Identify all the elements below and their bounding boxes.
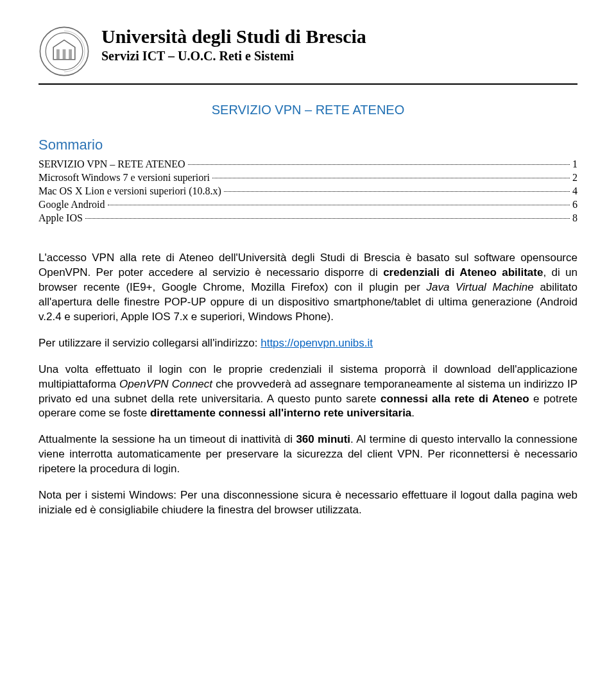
toc-page-number: 6 xyxy=(572,199,578,210)
toc-entry[interactable]: Apple IOS 8 xyxy=(38,212,578,224)
toc-leader-dots xyxy=(85,218,570,219)
toc-entry[interactable]: Microsoft Windows 7 e versioni superiori… xyxy=(38,172,578,184)
emphasis-internal-net: direttamente connessi all'interno rete u… xyxy=(150,407,411,419)
toc-leader-dots xyxy=(224,191,570,192)
svg-rect-3 xyxy=(63,49,66,60)
paragraph-timeout: Attualmente la sessione ha un timeout di… xyxy=(38,432,578,477)
institution-title: Università degli Studi di Brescia xyxy=(101,26,366,47)
document-title: SERVIZIO VPN – RETE ATENEO xyxy=(38,103,578,117)
paragraph-windows-note: Nota per i sistemi Windows: Per una disc… xyxy=(38,488,578,518)
toc-page-number: 4 xyxy=(572,185,578,197)
emphasis-jvm: Java Virtual Machine xyxy=(426,281,533,293)
toc-label: Microsoft Windows 7 e versioni superiori xyxy=(38,172,210,184)
department-subtitle: Servizi ICT – U.O.C. Reti e Sistemi xyxy=(101,49,366,64)
toc-entry[interactable]: Google Android 6 xyxy=(38,199,578,210)
toc-label: Apple IOS xyxy=(38,212,83,224)
document-body: L'accesso VPN alla rete di Ateneo dell'U… xyxy=(38,251,578,518)
toc-page-number: 1 xyxy=(572,158,578,170)
document-header: Università degli Studi di Brescia Serviz… xyxy=(38,26,578,85)
toc-label: SERVIZIO VPN – RETE ATENEO xyxy=(38,158,185,170)
toc-leader-dots xyxy=(188,164,570,165)
paragraph-link: Per utilizzare il servizio collegarsi al… xyxy=(38,336,578,351)
emphasis-timeout: 360 minuti xyxy=(296,433,350,445)
emphasis-connected: connessi alla rete di Ateneo xyxy=(381,393,529,405)
toc-leader-dots xyxy=(108,205,570,205)
table-of-contents: Sommario SERVIZIO VPN – RETE ATENEO 1 Mi… xyxy=(38,137,578,224)
toc-label: Google Android xyxy=(38,199,105,210)
university-seal-icon xyxy=(38,26,90,77)
toc-page-number: 8 xyxy=(572,212,578,224)
toc-leader-dots xyxy=(212,178,570,178)
toc-entry[interactable]: SERVIZIO VPN – RETE ATENEO 1 xyxy=(38,158,578,170)
svg-rect-4 xyxy=(69,49,72,60)
paragraph-intro: L'accesso VPN alla rete di Ateneo dell'U… xyxy=(38,251,578,325)
toc-entry[interactable]: Mac OS X Lion e versioni superiori (10.8… xyxy=(38,185,578,197)
toc-page-number: 2 xyxy=(572,172,578,184)
toc-label: Mac OS X Lion e versioni superiori (10.8… xyxy=(38,185,221,197)
header-titles: Università degli Studi di Brescia Serviz… xyxy=(101,26,366,64)
paragraph-download: Una volta effettuato il login con le pro… xyxy=(38,363,578,422)
emphasis-openvpn-connect: OpenVPN Connect xyxy=(119,378,212,390)
emphasis-credentials: credenziali di Ateneo abilitate xyxy=(383,266,543,278)
openvpn-url-link[interactable]: https://openvpn.unibs.it xyxy=(261,337,373,349)
toc-heading: Sommario xyxy=(38,137,578,153)
svg-rect-2 xyxy=(56,49,60,60)
